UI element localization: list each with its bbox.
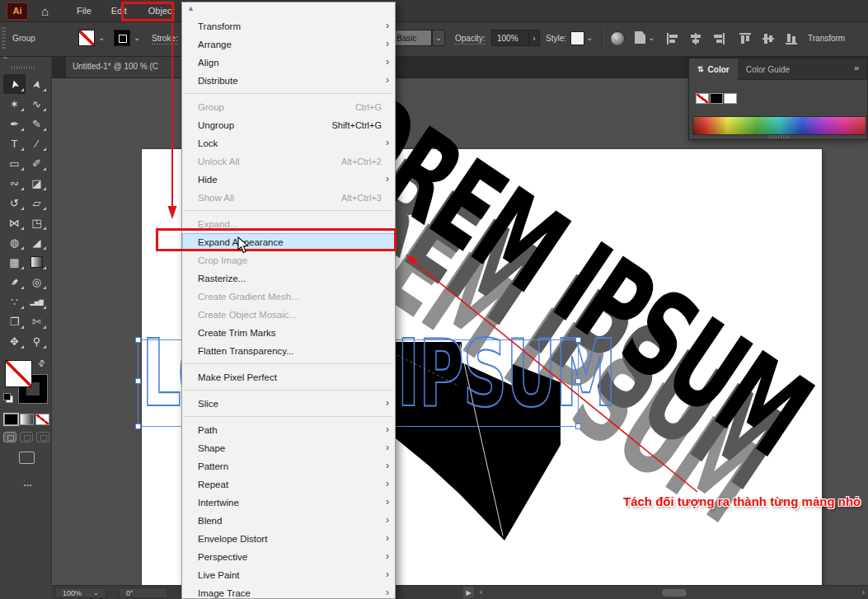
illustrator-logo-icon[interactable]: Ai: [7, 2, 28, 20]
rotate-tool[interactable]: ↺: [3, 193, 26, 213]
panel-resize-grip[interactable]: [768, 135, 790, 138]
scroll-right-icon[interactable]: ›: [862, 587, 865, 597]
menu-item-unlock-all[interactable]: Unlock AllAlt+Ctrl+2: [182, 152, 395, 171]
draw-normal-mode-button[interactable]: [3, 432, 16, 442]
menu-item-hide[interactable]: Hide›: [182, 171, 395, 189]
menu-item-live-paint[interactable]: Live Paint›: [182, 566, 395, 584]
menu-item-image-trace[interactable]: Image Trace›: [182, 584, 395, 599]
panel-drag-handle[interactable]: [12, 66, 36, 69]
menu-item-flatten-transparency[interactable]: Flatten Transparency...: [182, 342, 395, 360]
chevron-down-icon[interactable]: ⌄: [98, 33, 105, 42]
style-label[interactable]: Style:: [546, 34, 566, 43]
canvas-area[interactable]: LOREM IPSUM LOREM IPSUM LOREM IPSUM LORE…: [51, 77, 868, 585]
zoom-tool[interactable]: ⚲: [26, 331, 48, 351]
fill-swatch[interactable]: [78, 30, 95, 46]
chevron-down-icon[interactable]: ⌄: [586, 33, 593, 42]
rectangle-tool[interactable]: ▭: [3, 153, 26, 173]
style-swatch[interactable]: [570, 31, 584, 45]
selection-handle[interactable]: [135, 337, 141, 343]
scrollbar-thumb[interactable]: [662, 589, 687, 597]
document-setup-globe-icon[interactable]: [610, 31, 625, 46]
menu-item-crop-image[interactable]: Crop Image: [182, 251, 395, 269]
stroke-swatch[interactable]: [114, 30, 130, 46]
eraser-tool[interactable]: ◪: [26, 173, 48, 193]
scale-tool[interactable]: ▱: [26, 193, 48, 213]
draw-inside-mode-button[interactable]: [36, 432, 49, 442]
menu-item-slice[interactable]: Slice›: [182, 395, 395, 413]
align-top-icon[interactable]: [739, 32, 752, 45]
horizontal-scrollbar[interactable]: ▶ ‹ ›: [462, 587, 868, 599]
none-swatch[interactable]: [696, 93, 709, 104]
align-right-icon[interactable]: [712, 32, 725, 45]
menu-item-rasterize[interactable]: Rasterize...: [182, 269, 395, 288]
menu-item-arrange[interactable]: Arrange›: [182, 35, 395, 54]
menu-item-create-gradient-mesh[interactable]: Create Gradient Mesh...: [182, 288, 395, 306]
panel-grip[interactable]: [2, 27, 6, 50]
default-fill-stroke-icon[interactable]: [3, 393, 13, 403]
color-spectrum-bar[interactable]: [692, 116, 866, 135]
hand-tool[interactable]: ✥: [3, 331, 26, 351]
curvature-tool[interactable]: ✎: [26, 114, 48, 133]
menu-item-ungroup[interactable]: UngroupShift+Ctrl+G: [182, 116, 395, 134]
scroll-left-icon[interactable]: ‹: [480, 587, 482, 597]
menu-item-group[interactable]: GroupCtrl+G: [182, 98, 395, 116]
paintbrush-tool[interactable]: ✐: [26, 153, 48, 173]
menu-item-perspective[interactable]: Perspective›: [182, 548, 395, 566]
align-left-icon[interactable]: [666, 32, 679, 45]
align-middle-icon[interactable]: [762, 32, 775, 45]
symbol-sprayer-tool[interactable]: ∵: [3, 292, 26, 311]
lasso-tool[interactable]: ∿: [26, 94, 48, 114]
menu-item-blend[interactable]: Blend›: [182, 512, 395, 530]
opacity-input[interactable]: 100%: [491, 30, 529, 46]
menu-item-create-object-mosaic[interactable]: Create Object Mosaic...: [182, 306, 395, 324]
direct-selection-tool[interactable]: ➤: [26, 74, 48, 94]
menu-scroll-up-icon[interactable]: ▲: [187, 4, 195, 12]
mesh-tool[interactable]: ▦: [3, 252, 26, 272]
chevron-down-icon[interactable]: ⌄: [648, 33, 655, 42]
pen-tool[interactable]: ✒: [3, 114, 26, 133]
color-button[interactable]: [4, 414, 18, 425]
slice-tool[interactable]: ✄: [26, 311, 48, 331]
brush-definition-select[interactable]: Basic: [391, 30, 432, 46]
menu-item-envelope-distort[interactable]: Envelope Distort›: [182, 530, 395, 548]
menu-item-transform[interactable]: Transform›: [182, 17, 395, 35]
tab-color[interactable]: ⇅ Color: [689, 58, 738, 80]
selection-handle[interactable]: [135, 424, 141, 429]
menu-item-distribute[interactable]: Distribute›: [182, 72, 395, 90]
document-icon[interactable]: [635, 31, 645, 44]
zoom-level-select[interactable]: 100% ⌄: [55, 587, 106, 598]
type-tool[interactable]: T: [3, 133, 26, 153]
home-icon[interactable]: ⌂: [41, 4, 49, 18]
menu-item-lock[interactable]: Lock›: [182, 134, 395, 152]
stroke-label[interactable]: Stroke:: [152, 34, 178, 44]
white-swatch[interactable]: [724, 93, 737, 104]
menu-item-make-pixel-perfect[interactable]: Make Pixel Perfect: [182, 368, 395, 386]
blend-tool[interactable]: ◎: [26, 272, 48, 292]
artboard-nav-icon[interactable]: ▶: [463, 587, 474, 598]
swap-fill-stroke-icon[interactable]: ⇄: [35, 358, 47, 369]
none-button[interactable]: [35, 414, 49, 425]
menu-item-show-all[interactable]: Show AllAlt+Ctrl+3: [182, 189, 395, 207]
align-bottom-icon[interactable]: [785, 32, 798, 45]
line-segment-tool[interactable]: ∕: [26, 133, 48, 153]
menu-item-pattern[interactable]: Pattern›: [182, 457, 395, 475]
black-swatch[interactable]: [710, 93, 723, 104]
rotation-field[interactable]: 0°: [119, 587, 168, 598]
draw-behind-mode-button[interactable]: [20, 432, 33, 442]
chevron-down-icon[interactable]: ⌄: [134, 33, 140, 42]
edit-toolbar-more-icon[interactable]: …: [23, 478, 34, 488]
gradient-button[interactable]: [20, 414, 34, 425]
artboard-tool[interactable]: ❐: [3, 311, 26, 331]
gradient-tool[interactable]: [26, 252, 48, 272]
width-tool[interactable]: ⋈: [3, 213, 26, 232]
selection-handle[interactable]: [575, 337, 581, 343]
screen-mode-button[interactable]: [19, 452, 35, 464]
selection-handle[interactable]: [135, 378, 141, 384]
shape-builder-tool[interactable]: ◍: [3, 232, 26, 252]
column-graph-tool[interactable]: ▂▅▇: [26, 292, 48, 311]
opacity-stepper-icon[interactable]: ›: [528, 30, 540, 46]
shaper-tool[interactable]: ∾: [3, 173, 26, 193]
fill-color-proxy[interactable]: [5, 360, 32, 387]
transform-link[interactable]: Transform: [808, 34, 845, 43]
menu-file[interactable]: File: [67, 0, 101, 21]
